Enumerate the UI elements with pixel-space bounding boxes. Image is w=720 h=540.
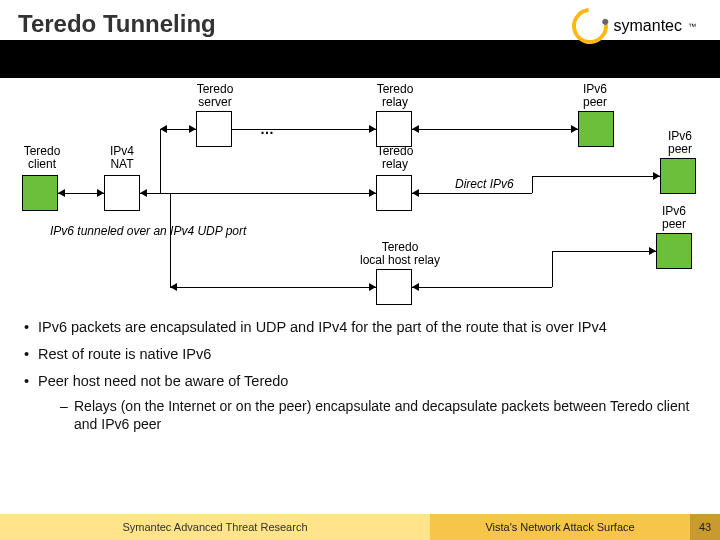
- arrowhead-icon: [58, 189, 65, 197]
- arrowhead-icon: [412, 283, 419, 291]
- label-teredo-server: Teredoserver: [190, 83, 240, 109]
- brand-logo: symantec™: [572, 8, 696, 44]
- label-teredo-relay-top: Teredorelay: [370, 83, 420, 109]
- label-ipv6-peer-2: IPv6peer: [660, 130, 700, 156]
- arrowhead-icon: [97, 189, 104, 197]
- line-local-h: [412, 287, 552, 288]
- bullet-content: IPv6 packets are encapsulated in UDP and…: [20, 318, 700, 441]
- slide-footer: Symantec Advanced Threat Research Vista'…: [0, 514, 720, 540]
- arrowhead-icon: [140, 189, 147, 197]
- symantec-ring-icon: [564, 1, 615, 52]
- footer-page-number: 43: [690, 514, 720, 540]
- trademark-icon: ™: [688, 22, 696, 31]
- label-ipv6-peer-1: IPv6peer: [575, 83, 615, 109]
- sub-bullet-item: Relays (on the Internet or on the peer) …: [38, 397, 700, 433]
- label-tunneled: IPv6 tunneled over an IPv4 UDP port: [50, 225, 310, 238]
- arrowhead-icon: [189, 125, 196, 133]
- node-ipv4-nat: [104, 175, 140, 211]
- line-nat-up: [160, 129, 161, 193]
- network-diagram: Teredoclient IPv4NAT Teredoserver … Tere…: [20, 85, 700, 300]
- line-midrelay-h: [412, 193, 532, 194]
- line-nat-down: [170, 193, 171, 287]
- bullet-item: Peer host need not be aware of Teredo Re…: [20, 372, 700, 433]
- arrowhead-icon: [571, 125, 578, 133]
- arrowhead-icon: [160, 125, 167, 133]
- line-to-localrelay: [170, 287, 376, 288]
- label-teredo-client: Teredoclient: [14, 145, 70, 171]
- node-teredo-server: [196, 111, 232, 147]
- node-teredo-local-relay: [376, 269, 412, 305]
- line-server-toprelay: [232, 129, 376, 130]
- line-toprelay-peer1: [412, 129, 578, 130]
- slide-title: Teredo Tunneling: [18, 10, 216, 38]
- arrowhead-icon: [170, 283, 177, 291]
- arrowhead-icon: [649, 247, 656, 255]
- line-local-v: [552, 251, 553, 287]
- label-teredo-relay-mid: Teredorelay: [370, 145, 420, 171]
- line-local-peer3: [552, 251, 656, 252]
- footer-center: Vista's Network Attack Surface: [430, 514, 690, 540]
- header-bar: [0, 40, 720, 78]
- node-ipv6-peer-1: [578, 111, 614, 147]
- arrowhead-icon: [653, 172, 660, 180]
- node-ipv6-peer-2: [660, 158, 696, 194]
- arrowhead-icon: [369, 125, 376, 133]
- line-midrelay-peer2: [532, 176, 660, 177]
- line-nat-relay: [140, 193, 376, 194]
- node-teredo-relay-mid: [376, 175, 412, 211]
- label-direct-ipv6: Direct IPv6: [455, 178, 545, 191]
- label-ipv4-nat: IPv4NAT: [102, 145, 142, 171]
- bullet-text: Peer host need not be aware of Teredo: [38, 373, 288, 389]
- node-ipv6-peer-3: [656, 233, 692, 269]
- arrowhead-icon: [412, 125, 419, 133]
- bullet-item: IPv6 packets are encapsulated in UDP and…: [20, 318, 700, 337]
- node-teredo-relay-top: [376, 111, 412, 147]
- node-teredo-client: [22, 175, 58, 211]
- label-ipv6-peer-3: IPv6peer: [654, 205, 694, 231]
- bullet-item: Rest of route is native IPv6: [20, 345, 700, 364]
- arrowhead-icon: [369, 283, 376, 291]
- arrowhead-icon: [412, 189, 419, 197]
- arrowhead-icon: [369, 189, 376, 197]
- label-teredo-local-relay: Teredolocal host relay: [350, 241, 450, 267]
- brand-name: symantec: [614, 17, 682, 35]
- slide-header: Teredo Tunneling symantec™: [0, 0, 720, 78]
- footer-left: Symantec Advanced Threat Research: [0, 514, 430, 540]
